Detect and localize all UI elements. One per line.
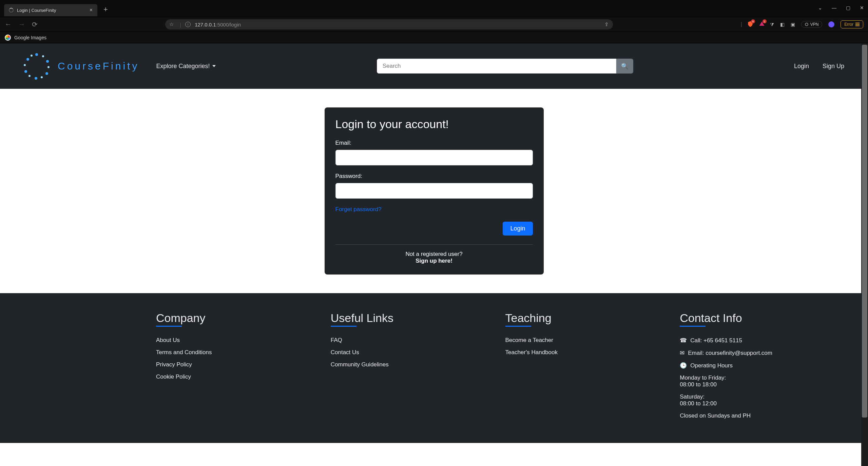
hours-monfri: Monday to Friday:	[680, 374, 841, 381]
hours-sat-time: 08:00 to 12:00	[680, 400, 841, 407]
mail-icon	[680, 349, 684, 357]
brand-link[interactable]: CourseFinity	[24, 53, 139, 79]
footer-contact: Contact Info Call: +65 6451 5115 Email: …	[680, 311, 841, 425]
phone-icon	[680, 337, 687, 344]
new-tab-button[interactable]: +	[103, 5, 108, 14]
google-favicon-icon	[5, 35, 11, 41]
nav-arrows: ← → ⟳	[5, 20, 38, 28]
tab-title: Login | CourseFinity	[17, 8, 56, 13]
email-group: Email:	[335, 140, 533, 165]
hours-sat: Saturday:	[680, 393, 841, 400]
footer-teaching-title: Teaching	[505, 311, 552, 325]
hours-monfri-time: 08:00 to 18:00	[680, 381, 841, 388]
browser-tab[interactable]: Login | CourseFinity ×	[4, 4, 97, 16]
shields-badge: 9	[751, 19, 755, 23]
close-tab-icon[interactable]: ×	[90, 7, 93, 13]
explore-categories-dropdown[interactable]: Explore Categories!	[156, 63, 216, 70]
login-heading: Login to your account!	[335, 118, 533, 131]
loading-spinner-icon	[9, 8, 14, 13]
password-field[interactable]	[335, 183, 533, 199]
footer-link-terms[interactable]: Terms and Conditions	[156, 349, 212, 356]
bookmark-google-images[interactable]: Google Images	[14, 35, 46, 40]
not-registered-text: Not a registered user?	[335, 251, 533, 258]
hamburger-icon	[855, 23, 860, 26]
email-field[interactable]	[335, 150, 533, 165]
share-icon[interactable]: ⇪	[604, 21, 609, 27]
profile-icon[interactable]	[828, 21, 834, 27]
footer-useful: Useful Links FAQ Contact Us Community Gu…	[331, 311, 492, 425]
footer-company-title: Company	[156, 311, 206, 325]
search-input[interactable]	[377, 59, 616, 74]
toolbar-right: ⧩ ◧ ▣ VPN Error	[770, 20, 863, 28]
contact-call: Call: +65 6451 5115	[690, 337, 742, 344]
forgot-password-link[interactable]: Forget password?	[335, 206, 382, 212]
scroll-thumb[interactable]	[862, 45, 867, 418]
site-navbar: CourseFinity Explore Categories! 🔍 Login…	[0, 43, 868, 89]
window-controls: ⌄ — ▢ ✕	[818, 5, 864, 11]
footer-link-cookie[interactable]: Cookie Policy	[156, 373, 191, 380]
nav-signup[interactable]: Sign Up	[823, 63, 844, 70]
nav-links: Login Sign Up	[794, 63, 844, 70]
address-bar[interactable]: ☆ | i 127.0.0.1:5000/login ⇪	[165, 19, 613, 29]
close-window-icon[interactable]: ✕	[860, 5, 864, 11]
brave-rewards-icon[interactable]: 1	[758, 21, 765, 28]
password-group: Password:	[335, 173, 533, 199]
footer-link-contact[interactable]: Contact Us	[331, 349, 359, 356]
hours-closed: Closed on Sundays and PH	[680, 412, 841, 419]
wallet-icon[interactable]: ▣	[791, 22, 795, 27]
footer-teaching: Teaching Become a Teacher Teacher's Hand…	[505, 311, 667, 425]
vpn-label: VPN	[810, 22, 819, 27]
login-card: Login to your account! Email: Password: …	[325, 107, 544, 275]
footer-contact-title: Contact Info	[680, 311, 742, 325]
login-section: Login to your account! Email: Password: …	[0, 89, 868, 293]
explore-label: Explore Categories!	[156, 63, 210, 70]
menu-button[interactable]: Error	[841, 20, 863, 28]
contact-hours: Operating Hours	[690, 362, 733, 369]
forward-icon: →	[18, 20, 25, 28]
footer-useful-title: Useful Links	[331, 311, 393, 325]
nav-login[interactable]: Login	[794, 63, 809, 70]
chevron-down-icon[interactable]: ⌄	[818, 5, 822, 11]
error-label: Error	[844, 22, 853, 27]
url-text: 127.0.0.1:5000/login	[195, 22, 241, 27]
brave-shields-icon[interactable]: 9	[747, 21, 754, 28]
back-icon[interactable]: ←	[5, 20, 12, 28]
contact-email: Email: coursefinity@support.com	[688, 350, 772, 357]
browser-toolbar: ← → ⟳ ☆ | i 127.0.0.1:5000/login ⇪ | 9 1…	[0, 17, 868, 32]
maximize-icon[interactable]: ▢	[846, 5, 850, 11]
footer-link-become-teacher[interactable]: Become a Teacher	[505, 337, 553, 343]
search-button[interactable]: 🔍	[616, 59, 633, 74]
brand-logo-icon	[24, 53, 50, 79]
brand-text: CourseFinity	[58, 60, 139, 72]
divider	[335, 244, 533, 245]
minimize-icon[interactable]: —	[832, 5, 836, 11]
footer-link-community[interactable]: Community Guidelines	[331, 361, 389, 368]
footer-link-privacy[interactable]: Privacy Policy	[156, 361, 192, 368]
url-path: :5000/login	[216, 22, 241, 27]
login-button[interactable]: Login	[503, 222, 533, 236]
signup-here-link[interactable]: Sign up here!	[416, 258, 452, 264]
clock-icon	[680, 362, 687, 369]
extensions-icon[interactable]: ⧩	[770, 22, 774, 27]
email-label: Email:	[335, 140, 533, 146]
footer-link-faq[interactable]: FAQ	[331, 337, 342, 343]
footer-company: Company About Us Terms and Conditions Pr…	[27, 311, 317, 425]
page-content: Login to your account! Email: Password: …	[0, 89, 868, 466]
bookmarks-bar: Google Images	[0, 32, 868, 43]
site-footer: Company About Us Terms and Conditions Pr…	[0, 293, 868, 443]
url-host: 127.0.0.1	[195, 22, 216, 27]
password-label: Password:	[335, 173, 533, 180]
footer-link-teacher-handbook[interactable]: Teacher's Handbook	[505, 349, 558, 356]
site-info-icon[interactable]: i	[185, 22, 191, 27]
search-icon: 🔍	[621, 63, 628, 69]
bookmark-icon[interactable]: ☆	[169, 21, 174, 27]
footer-link-about[interactable]: About Us	[156, 337, 180, 343]
signup-cta: Not a registered user? Sign up here!	[335, 251, 533, 264]
sidepanel-icon[interactable]: ◧	[780, 22, 785, 27]
search-form: 🔍	[377, 59, 633, 74]
page-scrollbar[interactable]	[861, 43, 868, 466]
reload-icon[interactable]: ⟳	[32, 20, 38, 28]
tab-strip: Login | CourseFinity × + ⌄ — ▢ ✕	[0, 0, 868, 17]
caret-down-icon	[212, 65, 216, 67]
vpn-button[interactable]: VPN	[801, 21, 823, 28]
